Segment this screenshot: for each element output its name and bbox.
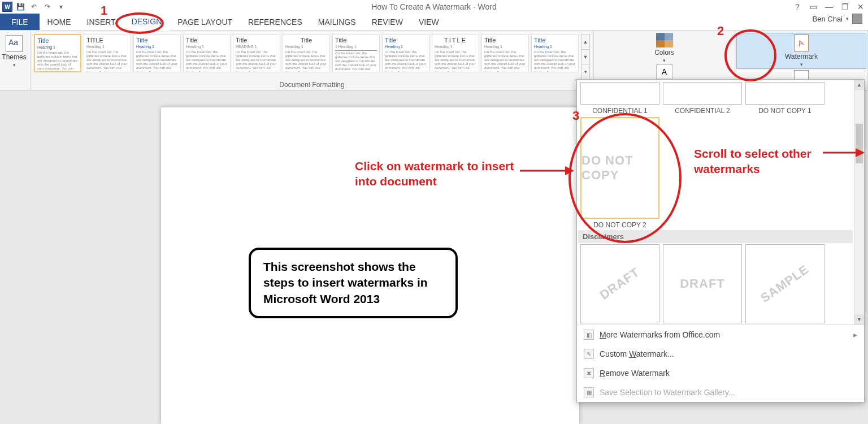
watermark-dropdown-panel: CONFIDENTIAL 1 CONFIDENTIAL 2 DO NOT COP… bbox=[576, 79, 865, 403]
tab-references[interactable]: REFERENCES bbox=[240, 14, 310, 30]
qat-customize-icon[interactable]: ▾ bbox=[55, 1, 67, 12]
style-tile[interactable]: TitleHeading 1On the Insert tab, the gal… bbox=[481, 34, 529, 72]
colors-button[interactable]: Colors▾ bbox=[597, 33, 731, 63]
help-icon[interactable]: ? bbox=[792, 2, 802, 11]
more-watermarks-label: ore Watermarks from Office.com bbox=[606, 330, 720, 339]
tab-design[interactable]: DESIGN bbox=[124, 14, 170, 31]
user-name-label: Ben Chai bbox=[813, 15, 843, 23]
group-label-doc-formatting: Document Formatting bbox=[31, 80, 593, 90]
watermark-button[interactable]: Watermark ▾ bbox=[736, 33, 866, 69]
tab-home[interactable]: HOME bbox=[40, 14, 79, 30]
tab-review[interactable]: REVIEW bbox=[364, 14, 411, 30]
watermark-label: Watermark bbox=[785, 53, 818, 60]
watermark-scrollbar[interactable]: ▲ ▼ bbox=[854, 80, 864, 325]
save-selection-icon: ▦ bbox=[584, 387, 594, 397]
title-bar: W 💾 ↶ ↷ ▾ How To Create A Watermark - Wo… bbox=[0, 0, 868, 14]
qat-save-icon[interactable]: 💾 bbox=[15, 1, 26, 12]
close-icon[interactable]: ✕ bbox=[856, 2, 866, 11]
tab-page-layout[interactable]: PAGE LAYOUT bbox=[170, 14, 240, 30]
more-watermarks-menu-item[interactable]: ◧ More Watermarks from Office.com ▸ bbox=[577, 325, 864, 344]
document-title: How To Create A Watermark - Word bbox=[371, 2, 496, 11]
chevron-right-icon: ▸ bbox=[853, 330, 857, 339]
annotation-description-box: This screenshot shows the steps to inser… bbox=[249, 248, 458, 318]
watermark-caption: CONFIDENTIAL 1 bbox=[592, 107, 648, 115]
watermark-preset[interactable]: DO NOT COPY 1 bbox=[745, 82, 824, 115]
tab-mailings[interactable]: MAILINGS bbox=[310, 14, 364, 30]
style-tile[interactable]: TitleHeading 1On the Insert tab, the gal… bbox=[183, 34, 231, 72]
style-tile[interactable]: TITLEHeading 1On the Insert tab, the gal… bbox=[432, 34, 479, 72]
style-tile[interactable]: TITLEHeading 1On the Insert tab, the gal… bbox=[84, 34, 131, 72]
user-caret-icon: ▾ bbox=[846, 16, 849, 21]
watermark-thumb-text: DRAFT bbox=[597, 265, 643, 303]
watermark-preset[interactable]: CONFIDENTIAL 1 bbox=[580, 82, 659, 115]
remove-watermark-icon: ✖ bbox=[584, 368, 594, 378]
save-selection-label: Save Selection to Watermark Gallery... bbox=[600, 388, 735, 397]
save-selection-menu-item: ▦ Save Selection to Watermark Gallery... bbox=[577, 383, 864, 402]
user-account[interactable]: Ben Chai ▾ bbox=[813, 14, 862, 24]
ribbon-display-icon[interactable]: ▭ bbox=[808, 2, 818, 11]
style-tile[interactable]: TitleHeading 1On the Insert tab, the gal… bbox=[34, 34, 81, 72]
watermark-preset[interactable]: SAMPLE bbox=[745, 244, 824, 323]
watermark-section-disclaimers: Disclaimers bbox=[578, 230, 853, 243]
themes-button[interactable]: Themes ▾ bbox=[0, 31, 28, 72]
office-icon: ◧ bbox=[584, 330, 594, 340]
custom-watermark-icon: ✎ bbox=[584, 349, 594, 359]
qat-undo-icon[interactable]: ↶ bbox=[28, 1, 40, 12]
watermark-thumb-text: DO NOT COPY bbox=[581, 153, 658, 183]
style-tile[interactable]: TitleHEADING 1On the Insert tab, the gal… bbox=[233, 34, 280, 72]
tab-view[interactable]: VIEW bbox=[411, 14, 447, 30]
watermark-preset[interactable]: DRAFT bbox=[663, 244, 742, 323]
ribbon-tabs: FILE HOME INSERT DESIGN PAGE LAYOUT REFE… bbox=[0, 14, 868, 31]
style-gallery[interactable]: TitleHeading 1On the Insert tab, the gal… bbox=[31, 31, 593, 80]
themes-label: Themes bbox=[2, 53, 26, 61]
watermark-caption: DO NOT COPY 2 bbox=[593, 221, 646, 229]
qat-redo-icon[interactable]: ↷ bbox=[42, 1, 53, 12]
custom-watermark-menu-item[interactable]: ✎ Custom Watermark... bbox=[577, 344, 864, 364]
watermark-caption: DO NOT COPY 1 bbox=[758, 107, 811, 115]
watermark-caret-icon: ▾ bbox=[800, 62, 803, 67]
watermark-icon bbox=[794, 34, 809, 51]
tab-file[interactable]: FILE bbox=[0, 14, 40, 30]
watermark-thumb-text: SAMPLE bbox=[758, 262, 812, 305]
gallery-more-icon[interactable]: ▾ bbox=[581, 64, 589, 79]
watermark-caption: CONFIDENTIAL 2 bbox=[675, 107, 730, 115]
watermark-preset[interactable]: DRAFT bbox=[580, 244, 659, 323]
fonts-icon: A bbox=[656, 64, 673, 79]
colors-label: Colors bbox=[654, 49, 674, 57]
style-tile[interactable]: Title1 Heading 1On the Insert tab, the g… bbox=[332, 34, 380, 72]
style-tile[interactable]: TitleHeading 1On the Insert tab, the gal… bbox=[382, 34, 429, 72]
style-tile[interactable]: TitleHeading 1On the Insert tab, the gal… bbox=[133, 34, 181, 72]
tab-insert[interactable]: INSERT bbox=[79, 14, 124, 30]
themes-icon bbox=[6, 35, 23, 52]
watermark-preset-do-not-copy-2[interactable]: DO NOT COPY DO NOT COPY 2 bbox=[580, 117, 659, 229]
gallery-scroll-up[interactable]: ▲ bbox=[581, 34, 589, 49]
avatar bbox=[852, 14, 862, 24]
restore-icon[interactable]: ❐ bbox=[840, 2, 850, 11]
colors-icon bbox=[656, 33, 673, 47]
scrollbar-thumb[interactable] bbox=[856, 124, 863, 163]
minimize-icon[interactable]: — bbox=[824, 2, 834, 11]
scroll-down-icon[interactable]: ▼ bbox=[854, 314, 864, 325]
watermark-preset[interactable]: CONFIDENTIAL 2 bbox=[663, 82, 742, 115]
scroll-up-icon[interactable]: ▲ bbox=[854, 80, 864, 90]
style-tile[interactable]: TitleHeading 1On the Insert tab, the gal… bbox=[531, 34, 579, 72]
watermark-thumb-text: DRAFT bbox=[680, 276, 725, 291]
gallery-scroll-down[interactable]: ▼ bbox=[581, 49, 589, 64]
remove-watermark-menu-item[interactable]: ✖ Remove Watermark bbox=[577, 364, 864, 383]
themes-caret-icon: ▾ bbox=[13, 62, 16, 68]
style-tile[interactable]: TitleHeading 1On the Insert tab, the gal… bbox=[283, 34, 330, 72]
word-app-icon: W bbox=[2, 2, 12, 12]
